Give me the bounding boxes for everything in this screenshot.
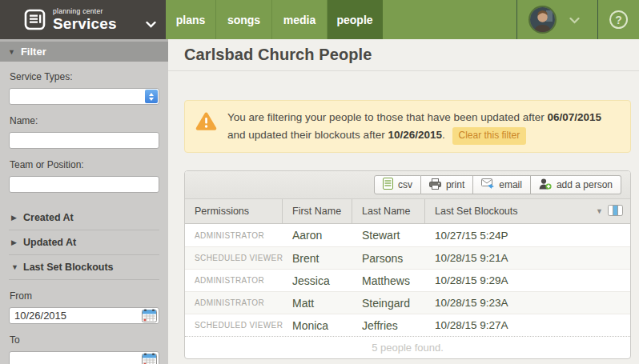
envelope-icon <box>481 178 494 191</box>
table-header-row: Permissions First Name Last Name Last Se… <box>185 199 630 224</box>
tab-plans[interactable]: plans <box>166 0 216 39</box>
filter-warning-banner: You are filtering your people to those t… <box>184 100 631 153</box>
brand-text: planning center Services <box>53 8 117 32</box>
main-content: Carlsbad Church People You are filtering… <box>168 39 639 364</box>
banner-text: You are filtering your people to those t… <box>227 109 621 145</box>
email-button[interactable]: email <box>473 175 531 194</box>
banner-text-2: and updated their blockouts after <box>227 129 385 141</box>
chevron-down-icon[interactable] <box>146 17 156 31</box>
section-last-set-blockouts[interactable]: ▼ Last Set Blockouts <box>9 255 159 280</box>
user-avatar[interactable] <box>530 7 555 32</box>
blockouts-from-field: From <box>9 290 159 324</box>
banner-date-1: 06/07/2015 <box>548 111 602 123</box>
add-person-button[interactable]: add a person <box>531 175 621 194</box>
printer-icon <box>429 178 441 192</box>
brand-area[interactable]: planning center Services <box>0 0 166 39</box>
calendar-icon[interactable] <box>142 353 157 364</box>
filter-form: Service Types: Name: Team or Position: ▶… <box>0 62 168 364</box>
print-button[interactable]: print <box>421 175 473 194</box>
people-table-panel: csv print <box>184 170 631 359</box>
blockouts-to-field: To <box>9 334 159 364</box>
name-label: Name: <box>10 115 159 126</box>
help-icon[interactable]: ? <box>609 10 628 29</box>
tab-people[interactable]: people <box>328 0 383 39</box>
team-label: Team or Position: <box>10 159 159 170</box>
filter-header[interactable]: ▼ Filter <box>0 39 168 62</box>
column-header-last-name[interactable]: Last Name <box>352 199 425 223</box>
services-logo-icon <box>24 9 46 30</box>
banner-text-3: . <box>442 129 445 141</box>
filter-sections: ▶ Created At ▶ Updated At ▼ Last Set Blo… <box>9 206 159 280</box>
page-title: Carlsbad Church People <box>184 46 372 64</box>
filter-sidebar: ▼ Filter Service Types: Name: Team or Po… <box>0 39 168 364</box>
table-row[interactable]: ADMINISTRATOR Jessica Matthews 10/28/15 … <box>185 269 630 291</box>
section-updated-at[interactable]: ▶ Updated At <box>9 230 159 255</box>
select-stepper-icon <box>145 90 158 103</box>
chevron-down-icon[interactable] <box>569 13 580 27</box>
brand-name: Services <box>53 16 117 31</box>
result-count: 5 people found. <box>372 342 444 354</box>
table-body: ADMINISTRATOR Aaron Stewart 10/27/15 5:2… <box>185 224 630 336</box>
csv-file-icon <box>383 178 393 192</box>
triangle-down-icon: ▼ <box>11 263 23 271</box>
clear-filter-button[interactable]: Clear this filter <box>452 127 527 145</box>
table-row[interactable]: ADMINISTRATOR Matt Steingard 10/28/15 9:… <box>185 291 630 314</box>
to-date-input[interactable] <box>9 351 159 364</box>
filter-title: Filter <box>21 46 46 58</box>
column-header-last-set-blockouts[interactable]: Last Set Blockouts ▼ <box>425 199 630 223</box>
table-toolbar: csv print <box>185 171 630 199</box>
banner-date-2: 10/26/2015 <box>388 129 442 141</box>
triangle-down-icon: ▼ <box>8 48 15 56</box>
from-label: From <box>10 290 159 302</box>
top-header: planning center Services plans songs med… <box>0 0 639 39</box>
table-row[interactable]: SCHEDULED VIEWER Monica Jeffries 10/28/1… <box>185 314 630 336</box>
brand-tagline: planning center <box>53 8 117 15</box>
table-footer: 5 people found. <box>185 336 630 358</box>
sort-desc-icon[interactable]: ▼ <box>596 207 603 215</box>
service-types-select[interactable] <box>9 88 159 105</box>
column-chooser-icon[interactable] <box>608 205 623 218</box>
add-person-icon <box>539 178 552 192</box>
table-row[interactable]: ADMINISTRATOR Aaron Stewart 10/27/15 5:2… <box>185 224 630 246</box>
column-header-first-name[interactable]: First Name <box>283 199 352 223</box>
triangle-right-icon: ▶ <box>11 238 23 246</box>
tab-media[interactable]: media <box>272 0 328 39</box>
user-menu[interactable] <box>517 0 597 39</box>
calendar-icon[interactable] <box>142 309 157 326</box>
toolbar-button-group: csv print <box>374 175 621 194</box>
header-icons: ▼ <box>596 205 623 218</box>
nav-spacer <box>383 0 516 39</box>
section-created-at[interactable]: ▶ Created At <box>9 206 159 230</box>
to-label: To <box>10 334 159 346</box>
planning-center-app: planning center Services plans songs med… <box>0 0 639 364</box>
banner-text-1: You are filtering your people to those t… <box>227 111 545 123</box>
csv-button[interactable]: csv <box>374 175 421 194</box>
name-input[interactable] <box>9 132 159 149</box>
table-row[interactable]: SCHEDULED VIEWER Brent Parsons 10/28/15 … <box>185 246 630 269</box>
tab-songs[interactable]: songs <box>216 0 272 39</box>
column-header-permissions[interactable]: Permissions <box>185 199 283 223</box>
help-area: ? <box>598 0 639 39</box>
warning-icon <box>195 112 217 134</box>
service-types-label: Service Types: <box>10 71 159 82</box>
title-bar: Carlsbad Church People <box>168 39 639 71</box>
primary-nav: plans songs media people <box>166 0 639 39</box>
team-input[interactable] <box>9 176 159 193</box>
triangle-right-icon: ▶ <box>11 214 23 222</box>
from-date-input[interactable] <box>9 307 159 324</box>
